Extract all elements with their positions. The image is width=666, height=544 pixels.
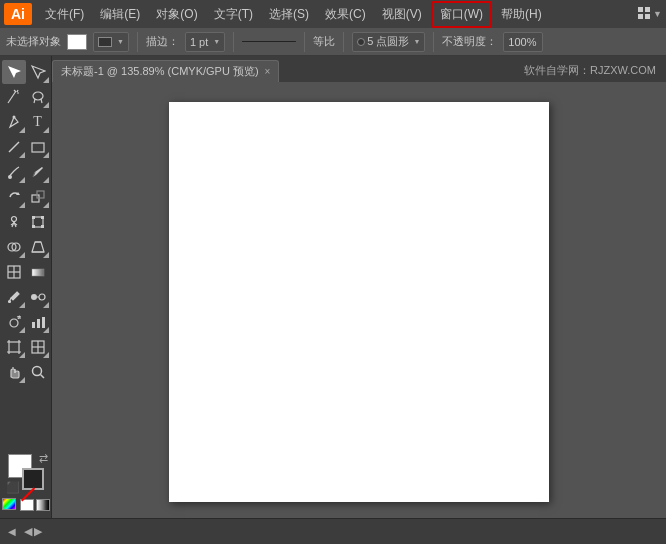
svg-point-38 [8, 301, 10, 303]
fill-color-swatch[interactable] [67, 34, 87, 50]
mesh-tool[interactable] [2, 260, 26, 284]
toolbox: T [0, 56, 52, 518]
tab-close-button[interactable]: × [265, 66, 271, 77]
color-controls: ⇄ ⬛ [2, 450, 50, 514]
tool-row-2 [2, 85, 50, 109]
menu-effect[interactable]: 效果(C) [318, 3, 373, 26]
artboard-tool[interactable] [2, 335, 26, 359]
menu-window[interactable]: 窗口(W) [431, 1, 492, 28]
svg-rect-25 [41, 216, 44, 219]
tool-row-6 [2, 185, 50, 209]
stroke-value-input[interactable]: 1 pt [185, 32, 225, 52]
svg-point-42 [10, 319, 18, 327]
svg-rect-49 [9, 342, 19, 352]
menu-edit[interactable]: 编辑(E) [93, 3, 147, 26]
tool-row-9 [2, 260, 50, 284]
svg-point-40 [39, 294, 45, 300]
paintbrush-tool[interactable] [2, 160, 26, 184]
stroke-width-dropdown[interactable]: 5 点圆形 [352, 32, 425, 52]
rotate-tool[interactable] [2, 185, 26, 209]
status-expand-button[interactable]: ◀ [8, 526, 16, 537]
separator-1 [137, 32, 138, 52]
stroke-swatch-dropdown[interactable] [93, 32, 129, 52]
svg-rect-47 [37, 319, 40, 328]
svg-line-12 [9, 142, 19, 152]
magic-wand-tool[interactable] [2, 85, 26, 109]
tab-bar: 未标题-1 @ 135.89% (CMYK/GPU 预览) × 软件自学网：RJ… [52, 56, 666, 82]
puppet-warp-tool[interactable] [2, 210, 26, 234]
tool-row-12 [2, 335, 50, 359]
svg-point-18 [11, 217, 16, 222]
workspace-switcher-button[interactable]: ▼ [638, 3, 662, 25]
artboard [169, 102, 549, 502]
direct-select-tool[interactable] [26, 60, 50, 84]
free-transform-tool[interactable] [26, 210, 50, 234]
tool-row-1 [2, 60, 50, 84]
blend-tool[interactable] [26, 285, 50, 309]
fill-stroke-swatches: ⇄ ⬛ [8, 454, 44, 490]
menu-select[interactable]: 选择(S) [262, 3, 316, 26]
rect-tool[interactable] [26, 135, 50, 159]
app-logo: Ai [4, 3, 32, 25]
none-color-button[interactable] [20, 499, 34, 511]
select-tool[interactable] [2, 60, 26, 84]
separator-4 [343, 32, 344, 52]
perspective-tool[interactable] [26, 235, 50, 259]
svg-rect-2 [638, 14, 643, 19]
separator-2 [233, 32, 234, 52]
svg-rect-26 [32, 225, 35, 228]
nav-right-arrow[interactable]: ▶ [34, 525, 42, 538]
default-colors-button[interactable]: ⬛ [6, 481, 20, 494]
tool-row-7 [2, 210, 50, 234]
hand-tool[interactable] [2, 360, 26, 384]
color-mode-buttons [2, 498, 50, 512]
separator-5 [433, 32, 434, 52]
gradient-tool[interactable] [26, 260, 50, 284]
svg-line-7 [17, 90, 18, 92]
ratio-label: 等比 [313, 34, 335, 49]
scale-tool[interactable] [26, 185, 50, 209]
menu-view[interactable]: 视图(V) [375, 3, 429, 26]
lasso-tool[interactable] [26, 85, 50, 109]
type-tool[interactable]: T [26, 110, 50, 134]
document-tab[interactable]: 未标题-1 @ 135.89% (CMYK/GPU 预览) × [52, 60, 279, 82]
svg-rect-0 [638, 7, 643, 12]
tool-row-4 [2, 135, 50, 159]
stroke-line-preview [242, 41, 296, 42]
no-selection-label: 未选择对象 [6, 34, 61, 49]
slice-tool[interactable] [26, 335, 50, 359]
swap-colors-button[interactable]: ⇄ [39, 452, 48, 465]
line-tool[interactable] [2, 135, 26, 159]
svg-rect-27 [41, 225, 44, 228]
menu-help[interactable]: 帮助(H) [494, 3, 549, 26]
options-bar: 未选择对象 描边： 1 pt 等比 5 点圆形 不透明度： 100% [0, 28, 666, 56]
svg-rect-36 [32, 269, 44, 276]
menu-text[interactable]: 文字(T) [207, 3, 260, 26]
menu-file[interactable]: 文件(F) [38, 3, 91, 26]
zoom-tool[interactable] [26, 360, 50, 384]
tool-row-5 [2, 160, 50, 184]
opacity-input[interactable]: 100% [503, 32, 543, 52]
pen-tool[interactable] [2, 110, 26, 134]
svg-marker-30 [32, 242, 44, 252]
pencil-tool[interactable] [26, 160, 50, 184]
tool-row-11 [2, 310, 50, 334]
svg-point-39 [31, 294, 37, 300]
gradient-color-button[interactable] [36, 499, 50, 511]
artboard-wrap[interactable] [52, 82, 666, 518]
opacity-label: 不透明度： [442, 34, 497, 49]
tool-row-8 [2, 235, 50, 259]
color-mode-button[interactable] [2, 498, 18, 512]
symbol-spray-tool[interactable] [2, 310, 26, 334]
stroke-label: 描边： [146, 34, 179, 49]
svg-rect-46 [32, 322, 35, 328]
nav-left-arrow[interactable]: ◀ [24, 525, 32, 538]
bar-chart-tool[interactable] [26, 310, 50, 334]
svg-line-9 [34, 99, 35, 103]
canvas-area: 未标题-1 @ 135.89% (CMYK/GPU 预览) × 软件自学网：RJ… [52, 56, 666, 518]
eyedropper-tool[interactable] [2, 285, 26, 309]
menu-object[interactable]: 对象(O) [149, 3, 204, 26]
navigation-arrows: ◀ ▶ [24, 525, 42, 538]
shape-builder-tool[interactable] [2, 235, 26, 259]
svg-rect-24 [32, 216, 35, 219]
